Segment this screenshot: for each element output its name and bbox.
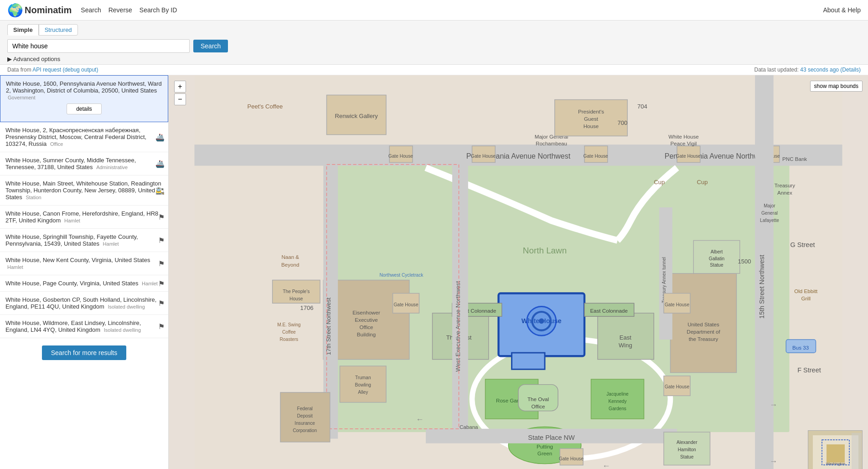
nav-reverse[interactable]: Reverse	[108, 6, 132, 14]
result-name: White House, Canon Frome, Herefordshire,…	[5, 210, 158, 224]
result-name: White House, Main Street, Whitehouse Sta…	[5, 180, 161, 201]
svg-text:Beyond: Beyond	[281, 262, 299, 268]
mini-map: Washington	[808, 430, 863, 469]
result-type: Government	[8, 95, 36, 100]
result-item[interactable]: White House, Gosberton CP, South Holland…	[0, 292, 168, 315]
result-type: Administrative	[96, 165, 128, 170]
svg-text:Gate House: Gate House	[665, 303, 689, 308]
svg-text:704: 704	[637, 103, 647, 110]
results-items: White House, 1600, Pennsylvania Avenue N…	[0, 75, 168, 338]
svg-text:Building: Building	[357, 331, 376, 337]
details-link[interactable]: (Details)	[840, 67, 861, 73]
svg-text:East Colonnade: East Colonnade	[590, 308, 628, 314]
search-more-button[interactable]: Search for more results	[42, 345, 127, 360]
svg-text:Peace Vigil: Peace Vigil	[671, 140, 697, 146]
about-help-link[interactable]: About & Help	[823, 6, 861, 14]
result-icon: ⚑	[158, 299, 165, 308]
svg-text:The Oval: The Oval	[527, 396, 549, 402]
svg-text:Gate House: Gate House	[665, 384, 689, 389]
result-item[interactable]: White House, 2, Краснопресненская набере…	[0, 122, 168, 152]
results-list: White House, 1600, Pennsylvania Avenue N…	[0, 75, 169, 469]
svg-text:Gate House: Gate House	[584, 154, 608, 159]
details-button[interactable]: details	[67, 103, 102, 114]
tab-simple[interactable]: Simple	[7, 24, 39, 36]
svg-text:700: 700	[618, 119, 628, 126]
svg-text:Peet's Coffee: Peet's Coffee	[248, 103, 283, 110]
svg-text:Bowling: Bowling	[355, 382, 371, 387]
main-nav: Search Reverse Search By ID	[81, 6, 177, 14]
result-item[interactable]: White House, Canon Frome, Herefordshire,…	[0, 206, 168, 229]
svg-text:Treasury: Treasury	[775, 183, 796, 189]
svg-rect-137	[827, 444, 845, 463]
svg-text:←: ←	[602, 461, 610, 469]
svg-text:White House: White House	[668, 134, 698, 139]
svg-text:General: General	[761, 211, 778, 216]
result-icon: ⚑	[158, 213, 165, 222]
result-type: Station	[26, 195, 41, 200]
svg-text:Insurance: Insurance	[294, 421, 315, 426]
svg-text:Deposit: Deposit	[297, 413, 313, 418]
svg-text:Gallatin: Gallatin	[709, 256, 724, 261]
time-ago-link[interactable]: 43 seconds ago	[800, 67, 839, 73]
show-map-bounds-button[interactable]: show map bounds	[810, 81, 863, 92]
zoom-in-button[interactable]: +	[174, 81, 186, 93]
advanced-options-toggle[interactable]: Advanced options	[7, 56, 861, 62]
tab-row: Simple Structured	[7, 24, 861, 36]
map-svg: Pennsylvania Avenue Northwest Pennsylvan…	[169, 75, 868, 469]
svg-text:Alexander: Alexander	[677, 440, 698, 445]
api-link[interactable]: API request (debug output)	[32, 67, 98, 73]
result-item[interactable]: White House, Wildmore, East Lindsey, Lin…	[0, 315, 168, 338]
nav-search[interactable]: Search	[81, 6, 101, 14]
result-icon: ⚑	[158, 279, 165, 288]
svg-text:Jacqueline: Jacqueline	[606, 392, 629, 397]
data-updated-prefix: Data last updated:	[754, 67, 801, 73]
svg-text:G Street: G Street	[790, 241, 815, 248]
svg-text:Office: Office	[531, 403, 545, 409]
svg-text:Rochambeau: Rochambeau	[536, 140, 567, 146]
result-icon: ⚑	[158, 259, 165, 268]
svg-text:Hamilton: Hamilton	[678, 447, 696, 452]
svg-text:East: East	[620, 334, 631, 341]
result-name: White House, Sumner County, Middle Tenne…	[5, 157, 136, 170]
nav-search-by-id[interactable]: Search By ID	[140, 6, 177, 14]
svg-text:Corporation: Corporation	[293, 428, 317, 433]
svg-text:PNC Bank: PNC Bank	[782, 156, 807, 162]
result-item[interactable]: White House, Springhill Township, Fayett…	[0, 229, 168, 252]
svg-text:Lafayette: Lafayette	[760, 218, 779, 223]
result-item[interactable]: White House, Main Street, Whitehouse Sta…	[0, 175, 168, 206]
svg-text:Wing: Wing	[619, 342, 632, 349]
result-item[interactable]: White House, Page County, Virginia, Unit…	[0, 275, 168, 292]
result-icon: ⚑	[158, 322, 165, 331]
result-type: Hamlet	[103, 241, 119, 247]
search-button[interactable]: Search	[193, 40, 228, 52]
svg-text:→: →	[770, 400, 777, 409]
logo: 🌍 Nominatim	[7, 3, 72, 17]
result-item[interactable]: White House, Sumner County, Middle Tenne…	[0, 152, 168, 175]
svg-text:Old Ebbitt: Old Ebbitt	[794, 289, 818, 294]
svg-text:M.E. Swing: M.E. Swing	[277, 322, 300, 327]
result-icon: 🚢	[155, 160, 165, 168]
result-icon: 🚢	[155, 133, 165, 141]
svg-text:The People's: The People's	[283, 289, 310, 294]
svg-text:United States: United States	[687, 321, 719, 327]
result-item[interactable]: White House, 1600, Pennsylvania Avenue N…	[0, 75, 168, 122]
tab-structured[interactable]: Structured	[39, 24, 78, 36]
svg-text:F Street: F Street	[797, 366, 821, 374]
svg-text:Major: Major	[764, 203, 775, 208]
search-input[interactable]	[7, 39, 190, 53]
result-name: White House, Springhill Township, Fayett…	[5, 233, 138, 247]
result-type: Isolated dwelling	[108, 304, 145, 309]
main-content: White House, 1600, Pennsylvania Avenue N…	[0, 75, 868, 469]
svg-text:Department of: Department of	[687, 329, 720, 335]
svg-text:President's: President's	[578, 108, 604, 114]
svg-text:Office: Office	[359, 324, 373, 330]
map-zoom-controls: + −	[174, 81, 186, 105]
zoom-out-button[interactable]: −	[174, 93, 186, 105]
result-item[interactable]: White House, New Kent County, Virginia, …	[0, 252, 168, 275]
svg-text:Renwick Gallery: Renwick Gallery	[335, 113, 378, 119]
search-panel: Simple Structured Search Advanced option…	[0, 21, 868, 65]
svg-text:State Place NW: State Place NW	[528, 434, 575, 441]
search-more-container: Search for more results	[0, 338, 168, 367]
result-type: Hamlet	[64, 218, 80, 223]
svg-text:→: →	[770, 457, 777, 466]
